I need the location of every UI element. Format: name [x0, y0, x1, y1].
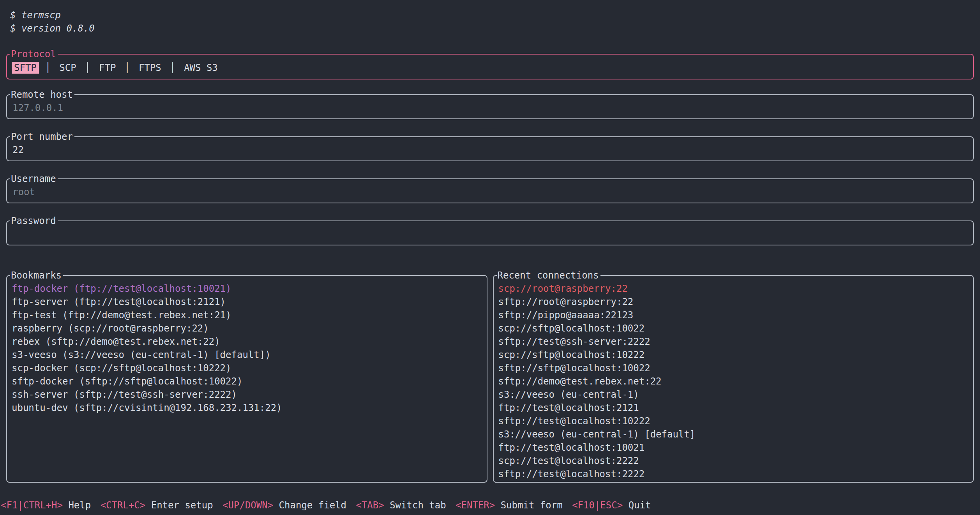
bookmark-item[interactable]: ssh-server (sftp://test@ssh-server:2222)	[12, 388, 482, 401]
protocol-tab-sftp[interactable]: SFTP	[12, 62, 39, 74]
bookmark-item[interactable]: s3-veeso (s3://veeso (eu-central-1) [def…	[12, 348, 482, 362]
protocol-tab-ftps[interactable]: FTPS	[136, 62, 164, 74]
tab-separator: │	[124, 62, 130, 73]
app-title: $ termscp	[10, 9, 974, 22]
hint-key: <CTRL+C>	[101, 500, 146, 511]
bookmark-item[interactable]: rebex (sftp://demo@test.rebex.net:22)	[12, 335, 482, 348]
protocol-fieldset: Protocol SFTP│SCP│FTP│FTPS│AWS S3	[6, 49, 974, 79]
recent-connection-item[interactable]: sftp://test@localhost:10222	[498, 414, 969, 428]
saved-connections: Bookmarks ftp-docker (ftp://test@localho…	[6, 270, 974, 483]
tab-separator: │	[45, 62, 51, 73]
bookmarks-label: Bookmarks	[10, 270, 63, 280]
recent-connection-item[interactable]: sftp://demo@test.rebex.net:22	[498, 375, 969, 388]
recent-connection-item[interactable]: s3://veeso (eu-central-1) [default]	[498, 428, 969, 441]
recent-connection-item[interactable]: ftp://test@localhost:2121	[498, 401, 969, 414]
hint-label: Quit	[629, 500, 651, 511]
recent-connection-item[interactable]: sftp://pippo@aaaaa:22123	[498, 309, 969, 322]
recent-connection-item[interactable]: sftp://sftp@localhost:10022	[498, 362, 969, 375]
tab-separator: │	[85, 62, 90, 73]
protocol-tabs: SFTP│SCP│FTP│FTPS│AWS S3	[12, 60, 968, 76]
hint-key: <TAB>	[356, 500, 384, 511]
hint-label: Help	[68, 500, 91, 511]
recent-connection-item[interactable]: sftp://test@localhost:2222	[498, 467, 969, 481]
recent-connections-fieldset: Recent connections scp://root@raspberry:…	[493, 270, 974, 483]
hint-key: <UP/DOWN>	[222, 500, 273, 511]
bookmark-item[interactable]: ftp-docker (ftp://test@localhost:10021)	[12, 282, 482, 295]
recent-connection-item[interactable]: scp://root@raspberry:22	[498, 282, 969, 295]
tab-separator: │	[170, 62, 175, 73]
password-input[interactable]	[12, 227, 968, 242]
recent-connection-item[interactable]: s3://veeso (eu-central-1)	[498, 388, 969, 401]
bookmark-item[interactable]: sftp-docker (sftp://sftp@localhost:10022…	[12, 375, 482, 388]
bookmarks-list: ftp-docker (ftp://test@localhost:10021)f…	[12, 282, 482, 414]
recent-list: scp://root@raspberry:22sftp://root@raspb…	[498, 282, 969, 481]
bookmark-item[interactable]: ubuntu-dev (sftp://cvisintin@192.168.232…	[12, 401, 482, 414]
termscp-auth-screen: $ termscp $ version 0.8.0 Protocol SFTP│…	[0, 0, 980, 515]
password-label: Password	[10, 216, 58, 226]
username-label: Username	[10, 174, 58, 184]
app-version: $ version 0.8.0	[10, 22, 974, 35]
protocol-tab-ftp[interactable]: FTP	[97, 62, 118, 74]
bookmark-item[interactable]: scp-docker (scp://sftp@localhost:10222)	[12, 362, 482, 375]
hint-label: Change field	[279, 500, 346, 511]
username-input[interactable]	[12, 185, 968, 199]
bookmarks-fieldset: Bookmarks ftp-docker (ftp://test@localho…	[6, 270, 487, 483]
hint-key: <F10|ESC>	[572, 500, 623, 511]
remote-host-input[interactable]	[12, 101, 968, 115]
protocol-tab-scp[interactable]: SCP	[57, 62, 78, 74]
hint-key: <F1|CTRL+H>	[1, 500, 63, 511]
recent-connection-item[interactable]: ftp://test@localhost:10021	[498, 441, 969, 454]
recent-connection-item[interactable]: scp://sftp@localhost:10222	[498, 348, 969, 362]
bookmark-item[interactable]: ftp-test (ftp://demo@test.rebex.net:21)	[12, 309, 482, 322]
remote-host-label: Remote host	[10, 90, 74, 100]
protocol-tab-aws-s3[interactable]: AWS S3	[182, 62, 220, 74]
bookmark-item[interactable]: ftp-server (ftp://test@localhost:2121)	[12, 295, 482, 309]
hint-key: <ENTER>	[456, 500, 495, 511]
bookmark-item[interactable]: raspberry (scp://root@raspberry:22)	[12, 322, 482, 335]
recent-connection-item[interactable]: sftp://root@raspberry:22	[498, 295, 969, 309]
terminal-header: $ termscp $ version 0.8.0	[10, 9, 974, 35]
port-fieldset: Port number	[6, 132, 974, 161]
hint-label: Enter setup	[151, 500, 213, 511]
footer-hints: <F1|CTRL+H> Help <CTRL+C> Enter setup <U…	[1, 499, 655, 512]
port-input[interactable]	[12, 143, 968, 157]
password-fieldset: Password	[6, 216, 974, 245]
remote-host-fieldset: Remote host	[6, 90, 974, 119]
recent-connection-item[interactable]: sftp://test@ssh-server:2222	[498, 335, 969, 348]
port-label: Port number	[10, 132, 74, 142]
hint-label: Switch tab	[390, 500, 446, 511]
recent-connections-label: Recent connections	[497, 270, 600, 280]
hint-label: Submit form	[501, 500, 563, 511]
recent-connection-item[interactable]: scp://sftp@localhost:10022	[498, 322, 969, 335]
recent-connection-item[interactable]: scp://test@localhost:2222	[498, 454, 969, 467]
username-fieldset: Username	[6, 174, 974, 203]
protocol-label: Protocol	[10, 49, 58, 59]
